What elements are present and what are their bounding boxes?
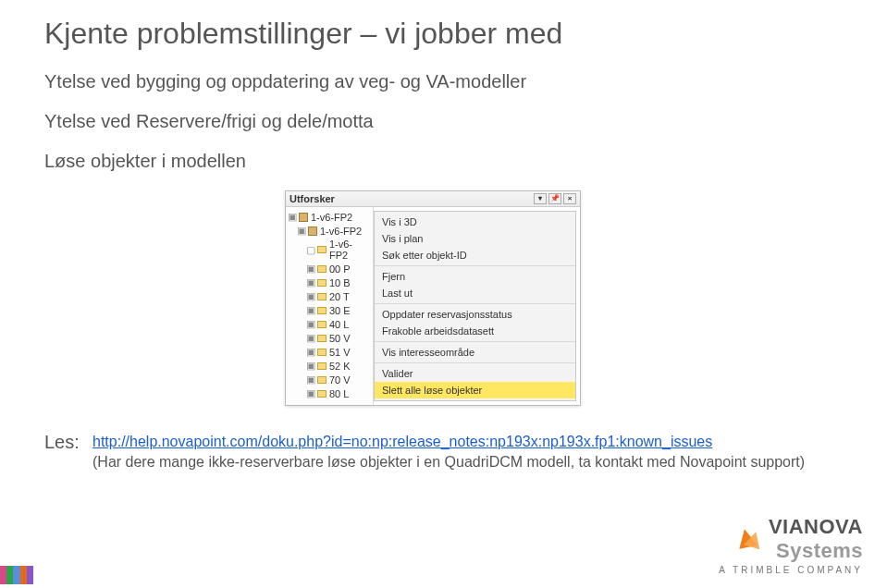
folder-icon (317, 265, 326, 273)
context-menu-item[interactable]: Vis i plan (375, 230, 575, 247)
vianova-mark-icon (737, 527, 761, 551)
folder-icon (317, 362, 326, 370)
mini-tree[interactable]: ▣1-v6-FP2 ▣1-v6-FP2 ▢1-v6-FP2 ▣00 P ▣10 … (286, 207, 374, 405)
tree-leaf[interactable]: 1-v6-FP2 (329, 239, 371, 261)
paragraph-3: Løse objekter i modellen (44, 151, 852, 172)
tree-leaf[interactable]: 50 V (329, 333, 351, 344)
cube-icon (299, 213, 308, 222)
mini-dropdown-icon[interactable]: ▾ (534, 193, 547, 204)
tree-leaf[interactable]: 51 V (329, 347, 351, 358)
folder-icon (317, 349, 326, 356)
brand-name-strong: VIANOVA (769, 515, 863, 538)
menu-separator (375, 303, 575, 304)
tree-leaf[interactable]: 70 V (329, 374, 351, 386)
mini-pane-title: Utforsker (290, 193, 335, 204)
tree-leaf[interactable]: 10 B (329, 277, 351, 288)
les-label: Les: (44, 432, 80, 453)
context-menu-item[interactable]: Valider (375, 365, 575, 382)
paragraph-1: Ytelse ved bygging og oppdatering av veg… (44, 71, 852, 92)
context-menu-item[interactable]: Fjern (375, 268, 575, 285)
embedded-screenshot: Utforsker ▾ 📌 × ▣1-v6-FP2 ▣1-v6-FP2 ▢1-v… (285, 190, 852, 406)
context-menu-item[interactable]: Last ut (375, 285, 575, 301)
folder-icon (317, 279, 326, 287)
tree-leaf[interactable]: 40 L (329, 319, 349, 330)
context-menu-item[interactable]: Søk etter objekt-ID (375, 247, 575, 263)
paragraph-2: Ytelse ved Reservere/frigi og dele/motta (44, 111, 852, 132)
tree-child[interactable]: 1-v6-FP2 (320, 226, 362, 237)
context-menu-item[interactable]: Frakoble arbeidsdatasett (375, 323, 575, 339)
context-menu-item[interactable]: Oppdater reservasjonsstatus (375, 306, 575, 323)
menu-separator (375, 362, 575, 363)
les-note: (Har dere mange ikke-reserverbare løse o… (92, 454, 805, 470)
known-issues-link[interactable]: http://help.novapoint.com/doku.php?id=no… (92, 434, 712, 449)
mini-close-icon[interactable]: × (563, 193, 576, 204)
brand-name-light: Systems (776, 539, 863, 562)
tree-leaf[interactable]: 52 K (329, 361, 351, 372)
context-menu-item[interactable]: Vis interesseområde (375, 344, 575, 361)
menu-separator (375, 265, 575, 266)
folder-icon (317, 335, 326, 342)
brand-subtitle: A TRIMBLE COMPANY (719, 565, 863, 575)
folder-icon (317, 246, 326, 253)
mini-pin-icon[interactable]: 📌 (548, 193, 561, 204)
tree-leaf[interactable]: 20 T (329, 291, 350, 302)
context-menu-item-highlighted[interactable]: Slett alle løse objekter (375, 382, 575, 398)
menu-separator (375, 341, 575, 342)
tree-root[interactable]: 1-v6-FP2 (311, 212, 352, 223)
tree-leaf[interactable]: 30 E (329, 305, 351, 316)
cube-icon (308, 227, 317, 236)
folder-icon (317, 376, 326, 384)
folder-icon (317, 307, 326, 314)
folder-icon (317, 293, 326, 300)
context-menu: Vis i 3D Vis i plan Søk etter objekt-ID … (374, 211, 576, 401)
tree-leaf[interactable]: 00 P (329, 263, 351, 275)
folder-icon (317, 390, 326, 398)
folder-icon (317, 321, 326, 328)
context-menu-item[interactable]: Vis i 3D (375, 214, 575, 230)
tree-leaf[interactable]: 80 L (329, 388, 349, 399)
page-title: Kjente problemstillinger – vi jobber med (44, 17, 852, 51)
brand-logo: VIANOVA Systems A TRIMBLE COMPANY (719, 515, 863, 575)
decorative-color-stripe (0, 566, 33, 584)
